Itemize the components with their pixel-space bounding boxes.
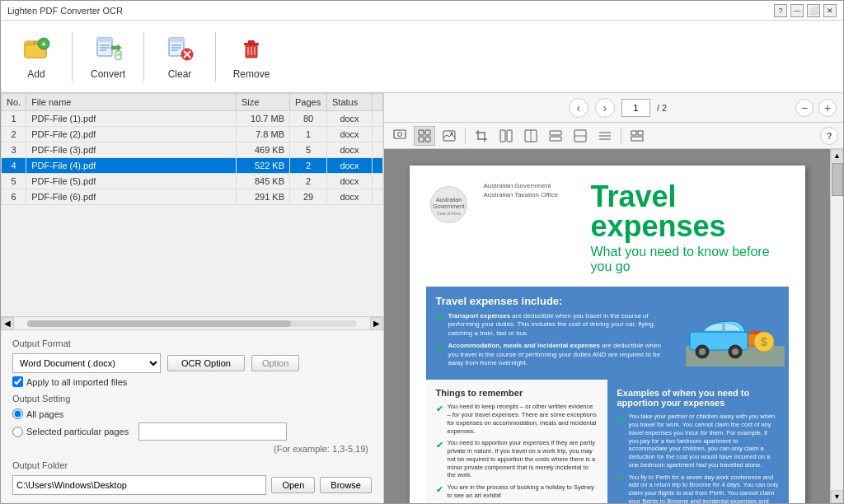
output-folder-label: Output Folder bbox=[12, 460, 372, 470]
cell-no: 5 bbox=[2, 174, 26, 189]
close-button[interactable]: ✕ bbox=[823, 4, 837, 17]
file-table-wrapper[interactable]: No. File name Size Pages Status 1PDF-Fil… bbox=[1, 93, 383, 316]
file-table: No. File name Size Pages Status 1PDF-Fil… bbox=[1, 93, 383, 205]
blue-item-1: ✔ Transport expenses are deductible when… bbox=[436, 312, 672, 338]
blue-section-row: Travel expenses include: ✔ Transport exp… bbox=[426, 287, 789, 380]
ocr-option-button[interactable]: OCR Option bbox=[167, 355, 245, 371]
svg-rect-44 bbox=[550, 131, 561, 135]
minimize-button[interactable]: — bbox=[790, 4, 804, 17]
cell-name: PDF-File (3).pdf bbox=[26, 142, 237, 158]
svg-rect-45 bbox=[550, 137, 561, 141]
cell-status: docx bbox=[327, 142, 373, 158]
option-button[interactable]: Option bbox=[251, 355, 299, 371]
view-layout1-btn[interactable] bbox=[495, 126, 517, 146]
cell-no: 3 bbox=[2, 142, 26, 158]
scroll-right-btn[interactable]: ▶ bbox=[370, 317, 383, 330]
view-grid-btn[interactable] bbox=[414, 126, 435, 146]
selected-pages-row: Selected particular pages (For example: … bbox=[12, 422, 372, 454]
help-button[interactable]: ? bbox=[774, 4, 787, 17]
scroll-down-btn[interactable]: ▼ bbox=[831, 490, 843, 503]
pages-range-input[interactable] bbox=[138, 422, 287, 441]
cell-size: 469 KB bbox=[237, 142, 290, 158]
preview-help-button[interactable]: ? bbox=[820, 127, 838, 145]
left-check-2: ✔ bbox=[436, 440, 443, 450]
svg-rect-7 bbox=[97, 38, 112, 42]
pdf-preview-area[interactable]: Australian Government Coat of Arms Austr… bbox=[384, 149, 830, 503]
h-scroll-thumb[interactable] bbox=[27, 320, 291, 327]
clear-button[interactable]: Clear bbox=[151, 27, 209, 86]
view-layout3-btn[interactable] bbox=[545, 126, 566, 146]
cell-no: 6 bbox=[2, 189, 26, 205]
folder-path-input[interactable] bbox=[12, 475, 266, 495]
window-controls: ? — ⬜ ✕ bbox=[774, 4, 837, 17]
svg-rect-24 bbox=[248, 40, 255, 44]
table-row[interactable]: 2PDF-File (2).pdf7.8 MB1docx bbox=[2, 127, 383, 142]
cell-size: 7.8 MB bbox=[237, 127, 290, 142]
all-pages-radio[interactable] bbox=[12, 408, 23, 419]
right-check-1: ✔ bbox=[617, 413, 625, 424]
pages-example: (For example: 1,3-5,19) bbox=[12, 444, 372, 454]
blue-section-title: Travel expenses include: bbox=[436, 295, 672, 307]
apply-label: Apply to all imported files bbox=[26, 377, 127, 387]
add-button[interactable]: + Add bbox=[7, 27, 65, 86]
clear-icon bbox=[164, 34, 195, 65]
preview-nav-toolbar: ‹ › / 2 − + bbox=[384, 93, 843, 123]
svg-rect-30 bbox=[419, 130, 424, 135]
convert-label: Convert bbox=[91, 68, 125, 80]
main-window: Lighten PDF Converter OCR ? — ⬜ ✕ + bbox=[0, 0, 844, 504]
svg-point-63 bbox=[699, 348, 706, 355]
next-page-button[interactable]: › bbox=[595, 98, 615, 118]
table-row[interactable]: 4PDF-File (4).pdf522 KB2docx bbox=[2, 158, 383, 174]
view-layout2-btn[interactable] bbox=[520, 126, 542, 146]
preview-vertical-scrollbar[interactable]: ▲ ▼ bbox=[830, 149, 843, 503]
selected-pages-radio[interactable] bbox=[12, 427, 23, 437]
col-left-item-1: ✔ You need to keep receipts – or other w… bbox=[436, 403, 598, 435]
maximize-button[interactable]: ⬜ bbox=[807, 4, 820, 17]
view-extra-btn[interactable] bbox=[626, 126, 648, 146]
view-preview-btn[interactable] bbox=[389, 126, 410, 146]
cell-spacer bbox=[373, 142, 383, 158]
cell-status: docx bbox=[327, 174, 373, 189]
convert-button[interactable]: Convert bbox=[79, 27, 137, 86]
scroll-left-btn[interactable]: ◀ bbox=[1, 317, 14, 330]
svg-text:+: + bbox=[41, 40, 46, 49]
all-pages-row: All pages bbox=[12, 408, 372, 419]
prev-page-button[interactable]: ‹ bbox=[569, 98, 588, 118]
zoom-in-button[interactable]: + bbox=[818, 99, 837, 117]
view-layout4-btn[interactable] bbox=[570, 126, 591, 146]
v-scroll-thumb[interactable] bbox=[832, 163, 843, 196]
view-toolbar: ? bbox=[384, 123, 843, 149]
right-text-2: You fly to Perth for a seven day work co… bbox=[629, 474, 779, 503]
svg-rect-41 bbox=[507, 130, 512, 142]
page-number-input[interactable] bbox=[621, 99, 650, 117]
browse-folder-button[interactable]: Browse bbox=[320, 477, 372, 493]
toolbar-separator-2 bbox=[143, 32, 144, 82]
svg-rect-40 bbox=[500, 130, 505, 142]
zoom-out-button[interactable]: − bbox=[795, 99, 814, 117]
table-row[interactable]: 1PDF-File (1).pdf10.7 MB80docx bbox=[2, 111, 383, 127]
view-image-btn[interactable] bbox=[438, 126, 460, 146]
left-check-3: ✔ bbox=[436, 484, 443, 495]
right-check-2: ✔ bbox=[617, 474, 625, 485]
bottom-panel: Output Format Word Document (.docx) OCR … bbox=[1, 329, 383, 503]
right-text-1: You take your partner or children away w… bbox=[629, 413, 779, 469]
left-text-3: You are in the process of booking a holi… bbox=[448, 483, 598, 500]
view-crop-btn[interactable] bbox=[471, 126, 492, 146]
view-layout5-btn[interactable] bbox=[594, 126, 616, 146]
cell-name: PDF-File (6).pdf bbox=[26, 189, 237, 205]
scroll-up-btn[interactable]: ▲ bbox=[831, 149, 843, 162]
svg-text:$: $ bbox=[761, 335, 767, 348]
remove-button[interactable]: Remove bbox=[223, 27, 280, 86]
page-total: / 2 bbox=[657, 103, 667, 113]
apply-checkbox[interactable] bbox=[12, 376, 23, 387]
table-row[interactable]: 3PDF-File (3).pdf469 KB5docx bbox=[2, 142, 383, 158]
table-row[interactable]: 5PDF-File (5).pdf845 KB2docx bbox=[2, 174, 383, 189]
format-select[interactable]: Word Document (.docx) bbox=[12, 353, 161, 373]
table-row[interactable]: 6PDF-File (6).pdf291 KB29docx bbox=[2, 189, 383, 205]
cell-status: docx bbox=[327, 158, 373, 174]
cell-spacer bbox=[373, 111, 383, 127]
horizontal-scrollbar[interactable]: ◀ ▶ bbox=[1, 316, 383, 329]
file-list-area: No. File name Size Pages Status 1PDF-Fil… bbox=[1, 93, 383, 329]
gov-dept: Australian Taxation Office bbox=[484, 191, 583, 198]
open-folder-button[interactable]: Open bbox=[271, 477, 315, 493]
